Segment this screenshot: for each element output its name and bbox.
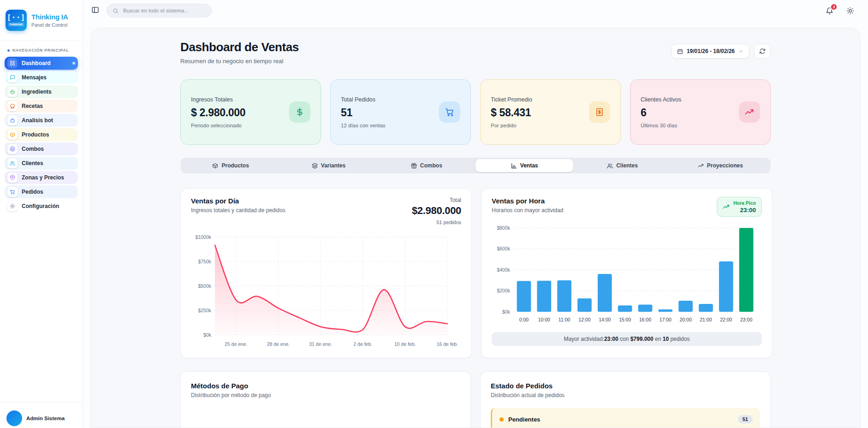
date-range-picker[interactable]: 19/01/26 - 18/02/26 xyxy=(671,44,749,59)
summary-prefix: Mayor actividad: xyxy=(564,336,604,342)
theme-toggle-button[interactable] xyxy=(846,7,854,15)
daily-sales-card: Ventas por Día Ingresos totales y cantid… xyxy=(180,188,472,358)
svg-text:16:00: 16:00 xyxy=(639,317,651,322)
stat-value: 51 xyxy=(341,107,386,119)
section-tabs: ProductosVariantesCombosVentasClientesPr… xyxy=(180,158,771,173)
stat-card-ingresos-totales: Ingresos Totales$ 2.980.000Periodo selec… xyxy=(180,79,321,145)
svg-text:$200k: $200k xyxy=(497,288,510,293)
chef-hat-icon xyxy=(7,101,18,111)
daily-sales-total: Total $2.980.000 51 pedidos xyxy=(412,197,461,225)
topbar-actions: 3 xyxy=(826,7,860,15)
svg-text:$500k: $500k xyxy=(198,283,211,289)
dollar-icon xyxy=(289,101,310,123)
summary-suffix: pedidos xyxy=(669,336,690,342)
active-indicator-dot xyxy=(72,62,75,65)
payment-methods-subtitle: Distribución por método de pago xyxy=(191,392,460,398)
sidebar-item-combos[interactable]: Combos xyxy=(5,143,78,155)
svg-text:11:00: 11:00 xyxy=(559,317,571,322)
peak-hour-value: 23:00 xyxy=(733,207,756,214)
payment-methods-title: Métodos de Pago xyxy=(191,382,460,390)
svg-text:$250k: $250k xyxy=(198,308,211,313)
svg-text:$750k: $750k xyxy=(198,259,211,264)
charts-row: Ventas por Día Ingresos totales y cantid… xyxy=(180,188,771,358)
sidebar-item-recetas[interactable]: Recetas xyxy=(5,100,78,113)
svg-text:16 de feb.: 16 de feb. xyxy=(437,341,458,347)
header-controls: 19/01/26 - 18/02/26 xyxy=(671,44,771,59)
bowl-icon xyxy=(7,87,18,97)
svg-text:$0k: $0k xyxy=(502,309,511,315)
order-status-title: Estado de Pedidos xyxy=(491,382,760,390)
sidebar-user[interactable]: Admin Sistema xyxy=(0,402,83,428)
bar-chart-icon xyxy=(511,163,517,169)
stat-card-ticket-promedio: Ticket Promedio$ 58.431Por pedido xyxy=(480,79,621,145)
sidebar-item-productos[interactable]: Productos xyxy=(5,128,78,141)
stat-label: Ingresos Totales xyxy=(191,96,245,103)
notifications-button[interactable]: 3 xyxy=(826,7,833,15)
brand-text: Thinking IA Panel de Control xyxy=(31,13,68,28)
sidebar-item-zonas-y-precios[interactable]: Zonas y Precios xyxy=(5,171,78,184)
logo-wordmark: THINKING xyxy=(8,23,24,26)
status-count-badge: 51 xyxy=(738,415,753,423)
tab-variantes[interactable]: Variantes xyxy=(279,159,377,172)
main-area: 3 Dashboard de Ventas Resumen de tu nego… xyxy=(83,0,868,428)
summary-en: en xyxy=(654,336,663,342)
peak-hour-label: Hora Pico xyxy=(733,200,756,206)
cart-icon xyxy=(7,187,18,197)
sidebar-item-label: Zonas y Precios xyxy=(22,174,64,181)
stat-label: Ticket Promedio xyxy=(491,96,532,103)
hourly-sales-title: Ventas por Hora xyxy=(492,197,563,205)
tab-combos[interactable]: Combos xyxy=(378,159,476,172)
global-search[interactable] xyxy=(107,4,212,18)
svg-text:10 de feb.: 10 de feb. xyxy=(394,341,416,347)
order-status-subtitle: Distribución actual de pedidos xyxy=(491,392,760,398)
layers-icon xyxy=(312,163,318,169)
svg-text:15:00: 15:00 xyxy=(619,317,631,322)
sun-icon xyxy=(846,7,854,15)
stat-label: Total Pedidos xyxy=(341,96,386,103)
summary-amount: $799.000 xyxy=(630,336,654,342)
stat-value: 6 xyxy=(641,107,681,119)
stat-texts: Ticket Promedio$ 58.431Por pedido xyxy=(491,96,532,128)
sidebar-item-clientes[interactable]: Clientes xyxy=(5,157,78,170)
status-dot-icon xyxy=(499,417,504,422)
svg-text:22:00: 22:00 xyxy=(720,317,732,322)
sidebar-item-pedidos[interactable]: Pedidos xyxy=(5,185,78,198)
stat-texts: Ingresos Totales$ 2.980.000Periodo selec… xyxy=(191,96,245,128)
svg-text:20:00: 20:00 xyxy=(679,317,691,322)
sidebar-item-dashboard[interactable]: Dashboard xyxy=(5,57,78,70)
search-input[interactable] xyxy=(122,7,206,14)
refresh-button[interactable] xyxy=(754,44,771,59)
hourly-sales-subtitle: Horarios con mayor actividad xyxy=(492,207,563,214)
svg-text:$1000k: $1000k xyxy=(196,234,212,240)
sidebar-item-mensajes[interactable]: Mensajes xyxy=(5,71,78,84)
tab-proyecciones[interactable]: Proyecciones xyxy=(672,159,769,172)
summary-count: 10 xyxy=(663,336,669,342)
tab-ventas[interactable]: Ventas xyxy=(476,159,573,172)
peak-hour-badge: Hora Pico 23:00 xyxy=(717,197,762,217)
sidebar-item-configuracion[interactable]: Configuración xyxy=(5,200,78,213)
hourly-summary: Mayor actividad: 23:00 con $799.000 en 1… xyxy=(492,332,762,346)
trend-up-icon xyxy=(723,203,730,210)
avatar xyxy=(6,410,22,426)
panel-left-icon xyxy=(91,6,99,15)
section-dot-icon xyxy=(7,49,10,52)
tab-clientes[interactable]: Clientes xyxy=(573,159,671,172)
sidebar-toggle-button[interactable] xyxy=(91,6,99,15)
tab-productos[interactable]: Productos xyxy=(182,159,279,172)
sidebar-item-ingredients[interactable]: Ingredients xyxy=(5,85,78,98)
box-icon xyxy=(7,130,18,140)
page-header: Dashboard de Ventas Resumen de tu negoci… xyxy=(180,40,771,65)
page-subtitle: Resumen de tu negocio en tiempo real xyxy=(180,58,299,65)
hourly-sales-header: Ventas por Hora Horarios con mayor activ… xyxy=(492,197,762,217)
tab-label: Combos xyxy=(420,162,442,169)
sidebar-item-label: Recetas xyxy=(22,103,43,109)
svg-text:10:00: 10:00 xyxy=(538,317,550,322)
bottom-row: Métodos de Pago Distribución por método … xyxy=(180,371,771,428)
svg-text:$800k: $800k xyxy=(497,225,510,231)
calendar-icon xyxy=(677,48,683,54)
total-label: Total xyxy=(412,197,461,203)
sidebar-item-analisis-bot[interactable]: Analisis bot xyxy=(5,114,78,127)
stat-value: $ 58.431 xyxy=(491,107,532,119)
sidebar-item-label: Pedidos xyxy=(22,189,43,195)
user-name: Admin Sistema xyxy=(26,416,65,421)
